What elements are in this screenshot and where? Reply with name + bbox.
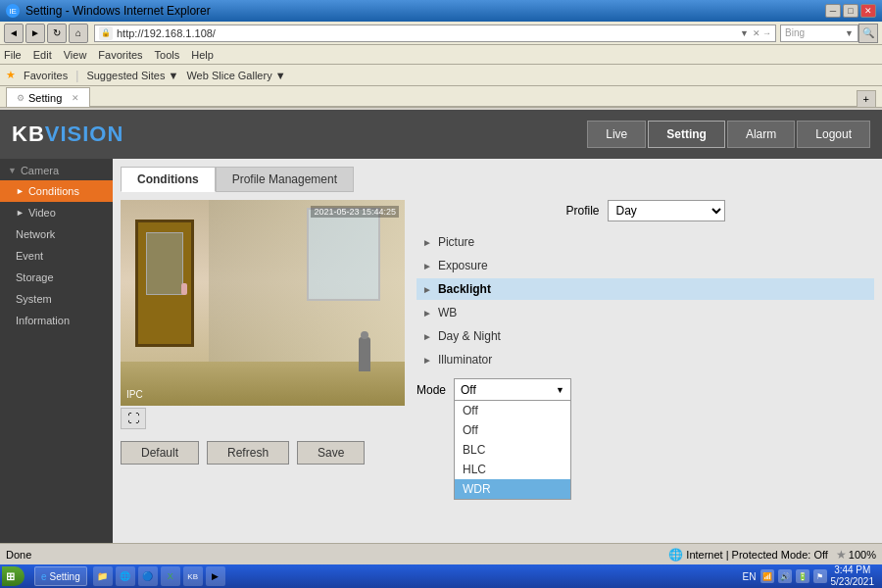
- favorites-label[interactable]: Favorites: [24, 70, 68, 81]
- sidebar-information-label: Information: [16, 315, 70, 326]
- setting-wb-label: WB: [438, 306, 457, 319]
- default-button[interactable]: Default: [121, 441, 199, 465]
- sidebar-event-label: Event: [16, 250, 43, 262]
- sidebar-item-network[interactable]: Network: [0, 223, 113, 245]
- app-area: KBVISION Live Setting Alarm Logout ▼ Cam…: [0, 110, 882, 543]
- sidebar-network-label: Network: [16, 228, 55, 240]
- taskbar-media-icon[interactable]: ▶: [206, 566, 225, 586]
- mode-select-header[interactable]: Off ▼: [455, 379, 570, 401]
- sidebar-item-video[interactable]: ► Video: [0, 202, 113, 223]
- mode-select-box[interactable]: Off ▼: [454, 378, 571, 402]
- status-internet: 🌐 Internet | Protected Mode: Off: [668, 548, 828, 562]
- go-button[interactable]: →: [762, 28, 771, 38]
- setting-exposure[interactable]: ► Exposure: [416, 255, 874, 276]
- setting-backlight[interactable]: ► Backlight: [416, 278, 874, 300]
- tab-conditions[interactable]: Conditions: [121, 167, 216, 192]
- start-button[interactable]: ⊞: [2, 566, 24, 586]
- setting-daynight-label: Day & Night: [438, 329, 501, 343]
- flag-tray-icon: ⚑: [813, 569, 827, 583]
- menu-file[interactable]: File: [4, 49, 22, 61]
- mode-option-hlc[interactable]: HLC: [455, 460, 570, 479]
- mode-option-off2[interactable]: Off: [455, 420, 570, 440]
- sidebar-item-conditions[interactable]: ► Conditions: [0, 180, 113, 202]
- sidebar-item-storage[interactable]: Storage: [0, 267, 113, 288]
- minimize-button[interactable]: ─: [825, 4, 841, 18]
- menu-edit[interactable]: Edit: [33, 49, 52, 61]
- suggested-sites[interactable]: Suggested Sites ▼: [86, 70, 178, 81]
- taskbar-browser-icon[interactable]: 🌐: [116, 566, 135, 586]
- sidebar-item-information[interactable]: Information: [0, 310, 113, 331]
- maximize-button[interactable]: □: [843, 4, 858, 18]
- stop-button[interactable]: ✕: [753, 28, 760, 38]
- search-box[interactable]: Bing ▼: [780, 24, 858, 42]
- menu-bar: File Edit View Favorites Tools Help: [0, 45, 882, 65]
- tab-label: Setting: [28, 92, 62, 104]
- setting-backlight-label: Backlight: [438, 282, 491, 296]
- refresh-button[interactable]: Refresh: [207, 441, 289, 465]
- taskbar-chrome-icon[interactable]: 🔵: [138, 566, 158, 586]
- menu-favorites[interactable]: Favorites: [98, 49, 142, 61]
- search-button[interactable]: 🔍: [858, 24, 878, 43]
- taskbar-excel-icon[interactable]: X: [161, 566, 180, 586]
- save-button[interactable]: Save: [297, 441, 365, 465]
- tab-close-icon[interactable]: ✕: [72, 93, 79, 103]
- sidebar-camera-section[interactable]: ▼ Camera: [0, 159, 113, 180]
- content-area: Conditions Profile Management: [113, 159, 882, 543]
- nav-alarm[interactable]: Alarm: [727, 121, 795, 148]
- sidebar: ▼ Camera ► Conditions ► Video Network Ev…: [0, 159, 113, 543]
- window-controls: ─ □ ✕: [825, 4, 876, 18]
- nav-setting[interactable]: Setting: [648, 121, 725, 148]
- setting-day-night[interactable]: ► Day & Night: [416, 325, 874, 347]
- sidebar-video-label: Video: [28, 207, 56, 219]
- settings-list: ► Picture ► Exposure ► Backlight ►: [416, 231, 874, 370]
- menu-view[interactable]: View: [64, 49, 87, 61]
- back-button[interactable]: ◄: [4, 24, 24, 43]
- forward-button[interactable]: ►: [25, 24, 45, 43]
- close-button[interactable]: ✕: [860, 4, 876, 18]
- exposure-arrow-icon: ►: [422, 261, 432, 271]
- window-title: Setting - Windows Internet Explorer: [25, 4, 211, 18]
- favorites-bar: ★ Favorites | Suggested Sites ▼ Web Slic…: [0, 65, 882, 86]
- ie-icon: e: [41, 571, 47, 582]
- tab-profile-management[interactable]: Profile Management: [216, 167, 354, 192]
- mode-option-off1[interactable]: Off: [455, 401, 570, 420]
- nav-logout[interactable]: Logout: [797, 121, 870, 148]
- home-button[interactable]: ⌂: [69, 24, 88, 43]
- search-dropdown-icon[interactable]: ▼: [845, 28, 854, 38]
- door-glass: [146, 232, 183, 295]
- menu-help[interactable]: Help: [191, 49, 214, 61]
- window: [307, 208, 380, 301]
- setting-wb[interactable]: ► WB: [416, 302, 874, 323]
- setting-illuminator[interactable]: ► Illuminator: [416, 349, 874, 370]
- taskbar-ie[interactable]: e Setting: [34, 566, 87, 586]
- web-slice-gallery[interactable]: Web Slice Gallery ▼: [186, 70, 285, 81]
- refresh-button[interactable]: ↻: [47, 24, 67, 43]
- setting-illuminator-label: Illuminator: [438, 353, 492, 367]
- mode-row: Mode Off ▼ Off Off: [416, 378, 874, 402]
- sidebar-item-event[interactable]: Event: [0, 245, 113, 267]
- setting-picture-label: Picture: [438, 235, 474, 249]
- status-icons: ★ 100%: [836, 548, 876, 562]
- setting-picture[interactable]: ► Picture: [416, 231, 874, 253]
- menu-tools[interactable]: Tools: [155, 49, 180, 61]
- volume-tray-icon: 🔊: [778, 569, 792, 583]
- sidebar-system-label: System: [16, 293, 52, 305]
- profile-select[interactable]: Day Night Normal: [608, 200, 725, 221]
- fullscreen-button[interactable]: ⛶: [121, 408, 146, 429]
- new-tab-button[interactable]: +: [857, 90, 876, 107]
- app-logo: KBVISION: [12, 122, 123, 147]
- taskbar-folder-icon[interactable]: 📁: [93, 566, 113, 586]
- illuminator-arrow-icon: ►: [422, 355, 432, 366]
- taskbar-kb-icon[interactable]: KB: [183, 566, 203, 586]
- mode-dropdown-container: Off ▼ Off Off BLC HLC WDR: [454, 378, 571, 402]
- address-dropdown-icon[interactable]: ▼: [740, 28, 749, 38]
- sidebar-item-system[interactable]: System: [0, 288, 113, 310]
- door: [135, 220, 194, 347]
- address-bar[interactable]: 🔒 http://192.168.1.108/ ▼ ✕ →: [94, 24, 776, 42]
- wb-arrow-icon: ►: [422, 308, 432, 318]
- logo-vision: VISION: [45, 122, 124, 146]
- browser-tab-setting[interactable]: ⚙ Setting ✕: [6, 87, 90, 107]
- nav-live[interactable]: Live: [587, 121, 646, 148]
- mode-option-wdr[interactable]: WDR: [455, 479, 570, 499]
- mode-option-blc[interactable]: BLC: [455, 440, 570, 460]
